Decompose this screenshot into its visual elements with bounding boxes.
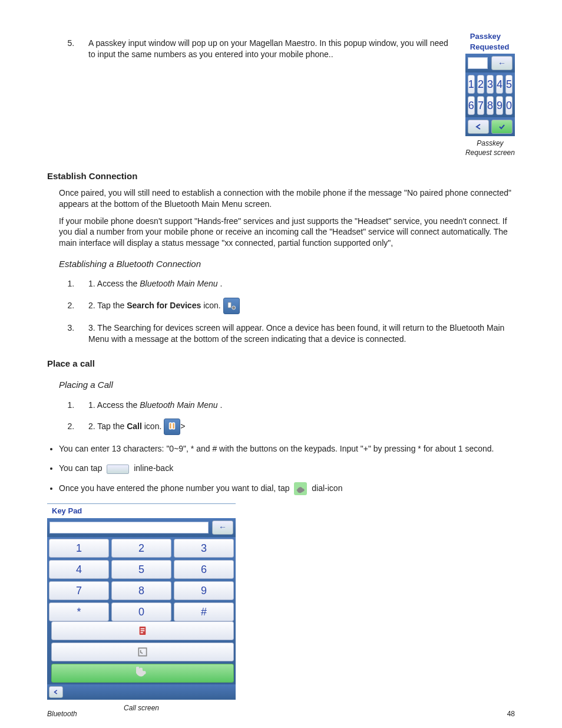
search-devices-icon: [223, 298, 240, 314]
keypad-history-button[interactable]: [51, 643, 234, 661]
keypad-key-9[interactable]: 9: [174, 581, 234, 600]
placing-step-2: 2. Tap the Call icon. >: [77, 419, 515, 435]
page-footer: Bluetooth 48: [47, 709, 515, 719]
footer-right: 48: [507, 709, 515, 719]
keypad-input-row: ←: [47, 518, 236, 537]
passkey-input-row: ←: [465, 54, 515, 73]
keypad-input-field: [49, 522, 209, 533]
step5-text: A passkey input window will pop up on yo…: [88, 38, 448, 59]
section-establish-heading: Establish Connection: [47, 170, 515, 182]
passkey-screen: Passkey Requested ← 1 2 3 4 5 6 7 8 9 0: [465, 29, 515, 157]
passkey-caption: Passkey Request screen: [465, 139, 515, 157]
establish-step1-text: Access the Bluetooth Main Menu .: [97, 279, 222, 288]
keypad-contacts-button[interactable]: [51, 621, 234, 640]
passkey-key-1[interactable]: 1: [468, 75, 475, 94]
keypad-key-4[interactable]: 4: [49, 560, 109, 579]
keypad-key-8[interactable]: 8: [111, 581, 171, 600]
keypad-key-6[interactable]: 6: [174, 560, 234, 579]
establish-step-3: 3. The Searching for devices screen will…: [77, 322, 515, 345]
keypad-key-hash[interactable]: #: [174, 602, 234, 621]
passkey-nav-bar: [465, 117, 515, 136]
keypad-title: Key Pad: [52, 506, 82, 515]
call-icon-tile: [164, 419, 180, 435]
keypad-back-arrow-icon: ←: [219, 522, 227, 533]
passkey-titlebar: Passkey Requested: [465, 29, 515, 54]
keypad-back-button[interactable]: ←: [212, 521, 233, 535]
inline-back-icon: [107, 465, 129, 474]
section-place-heading: Place a call: [47, 358, 515, 370]
establish-step3-text: The Searching for devices screen will ap…: [88, 323, 504, 344]
placing-bullet-3: Once you have entered the phone number y…: [59, 482, 515, 495]
keypad-key-0[interactable]: 0: [111, 602, 171, 621]
inline-dial-icon: [294, 482, 307, 495]
passkey-nav-ok[interactable]: [491, 120, 513, 134]
establish-step-1: 1. Access the Bluetooth Main Menu .: [77, 278, 515, 289]
keypad-side-col: [51, 621, 234, 683]
placing-step-1: 1. Access the Bluetooth Main Menu .: [77, 400, 515, 411]
footer-left: Bluetooth: [47, 709, 77, 719]
keypad-titlebar: Key Pad: [47, 504, 236, 518]
bullet2-text: You can tap inline-back: [59, 463, 173, 473]
keypad-key-7[interactable]: 7: [49, 581, 109, 600]
passkey-key-5[interactable]: 5: [505, 75, 513, 94]
svg-rect-7: [141, 632, 143, 633]
placing-step1-text: Access the Bluetooth Main Menu .: [97, 400, 222, 410]
passkey-key-9[interactable]: 9: [496, 96, 503, 115]
passkey-nav-back[interactable]: [468, 120, 489, 134]
back-arrow-icon: ←: [498, 58, 506, 69]
passkey-figure-wrap: Passkey Requested ← 1 2 3 4 5 6 7 8 9 0: [465, 29, 515, 157]
svg-rect-3: [173, 423, 175, 430]
svg-rect-5: [141, 628, 145, 630]
keypad-key-3[interactable]: 3: [174, 539, 234, 558]
step5-row: A passkey input window will pop up on yo…: [47, 29, 515, 157]
passkey-key-grid: 1 2 3 4 5 6 7 8 9 0: [465, 73, 515, 117]
step5-item: A passkey input window will pop up on yo…: [77, 38, 454, 60]
placing-bullet-1: You can enter 13 characters: "0~9", * an…: [59, 443, 515, 454]
svg-point-1: [232, 306, 235, 309]
keypad-key-5[interactable]: 5: [111, 560, 171, 579]
establish-para-2: If your mobile phone doesn't support "Ha…: [59, 216, 515, 249]
placing-bullet-2: You can tap inline-back: [59, 463, 515, 474]
keypad-figure-wrap: Key Pad ← 1 2 3 4 5 6 7 8 9 * 0 #: [47, 503, 515, 713]
keypad-key-1[interactable]: 1: [49, 539, 109, 558]
passkey-key-2[interactable]: 2: [477, 75, 484, 94]
establish-para-1: Once paired, you will still need to esta…: [59, 187, 515, 210]
svg-rect-0: [228, 302, 231, 308]
keypad-dial-button[interactable]: [51, 664, 234, 683]
keypad-number-grid: 1 2 3 4 5 6 7 8 9 * 0 #: [49, 539, 234, 621]
keypad-key-star[interactable]: *: [49, 602, 109, 621]
passkey-input-field: [468, 57, 488, 69]
subhead-establishing: Establishing a Bluetooth Connection: [59, 258, 515, 270]
bullet1-text: You can enter 13 characters: "0~9", * an…: [59, 444, 494, 453]
bullet3-text: Once you have entered the phone number y…: [59, 483, 342, 493]
passkey-title: Passkey Requested: [470, 32, 509, 51]
passkey-key-6[interactable]: 6: [468, 96, 475, 115]
keypad-key-2[interactable]: 2: [111, 539, 171, 558]
placing-step2-text: Tap the Call icon.: [97, 421, 164, 431]
keypad-screen: Key Pad ← 1 2 3 4 5 6 7 8 9 * 0 #: [47, 503, 236, 713]
subhead-placing: Placing a Call: [59, 379, 515, 391]
establish-step-2: 2. Tap the Search for Devices icon.: [77, 298, 515, 314]
passkey-key-7[interactable]: 7: [477, 96, 484, 115]
passkey-key-0[interactable]: 0: [505, 96, 513, 115]
keypad-row-1: 1 2 3 4 5 6 7 8 9 * 0 #: [47, 537, 236, 684]
keypad-nav-back[interactable]: [49, 686, 63, 698]
svg-rect-2: [170, 423, 172, 430]
keypad-nav-bar: [47, 684, 236, 700]
svg-rect-6: [141, 630, 145, 631]
passkey-back-button[interactable]: ←: [491, 56, 513, 70]
establish-step2-text: Tap the Search for Devices icon.: [97, 301, 223, 310]
passkey-key-3[interactable]: 3: [487, 75, 494, 94]
passkey-key-8[interactable]: 8: [487, 96, 494, 115]
passkey-key-4[interactable]: 4: [496, 75, 503, 94]
